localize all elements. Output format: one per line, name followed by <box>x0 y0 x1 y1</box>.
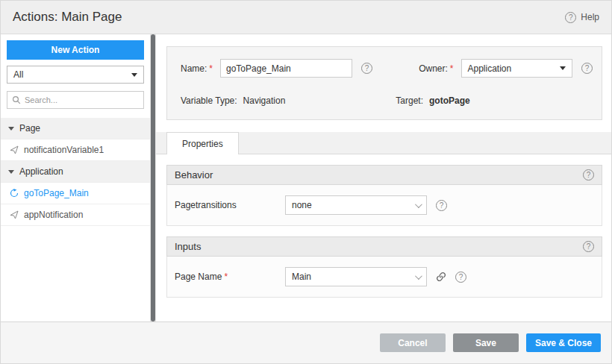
behavior-section: Behavior Pagetransitions none <box>166 165 602 226</box>
target-label: Target: <box>396 95 423 106</box>
tree-group-page[interactable]: Page <box>1 118 150 139</box>
inputs-section-header: Inputs <box>166 236 602 257</box>
chevron-down-icon <box>415 201 422 208</box>
owner-value: Application <box>468 63 512 74</box>
page-name-help-icon[interactable] <box>455 272 466 283</box>
select-arrow-icon <box>560 66 566 70</box>
required-asterisk: * <box>224 272 228 282</box>
bind-variable-link-icon[interactable] <box>436 272 446 282</box>
inputs-section: Inputs Page Name* Main <box>166 236 602 298</box>
notification-action-icon <box>10 145 19 154</box>
collapse-icon <box>8 127 14 131</box>
tree-item-gotopage-main[interactable]: goToPage_Main <box>1 183 150 204</box>
dialog-body: New Action All Page <box>1 34 611 321</box>
actions-tree: Page notificationVariable1 Application <box>1 118 150 321</box>
save-button[interactable]: Save <box>453 333 519 352</box>
tree-item-notificationvariable1[interactable]: notificationVariable1 <box>1 139 150 161</box>
navigation-action-icon <box>10 189 19 198</box>
help-label: Help <box>581 12 599 22</box>
behavior-help-icon[interactable] <box>583 169 594 181</box>
owner-select[interactable]: Application <box>461 59 573 78</box>
tree-item-label: notificationVariable1 <box>24 145 104 155</box>
new-action-button[interactable]: New Action <box>7 40 144 60</box>
variable-type-label: Variable Type: <box>181 95 237 106</box>
behavior-section-header: Behavior <box>166 165 602 185</box>
page-name-row: Page Name* Main <box>175 267 602 286</box>
filter-value: All <box>13 69 23 80</box>
tree-group-label: Application <box>19 166 63 177</box>
pagetransitions-row: Pagetransitions none <box>175 195 602 215</box>
inputs-title: Inputs <box>175 241 201 252</box>
name-help-icon[interactable] <box>361 63 372 74</box>
sidebar-scrollbar[interactable] <box>150 34 156 321</box>
dialog-footer: Cancel Save Save & Close <box>1 321 611 363</box>
chevron-down-icon <box>415 272 422 280</box>
owner-label: Owner:* <box>419 63 453 74</box>
variable-type-value: Navigation <box>243 95 286 106</box>
target-value: gotoPage <box>429 95 470 106</box>
action-summary-panel: Name:* Owner:* Application Variable Type… <box>166 46 602 120</box>
dialog-header: Actions: Main Page Help <box>1 1 611 34</box>
help-icon <box>565 12 576 23</box>
pagetransitions-value: none <box>292 200 312 210</box>
tree-item-label: appNotification <box>24 210 83 220</box>
detail-tabbar: Properties <box>156 132 611 154</box>
notification-action-icon <box>10 210 19 219</box>
search-input[interactable] <box>25 95 139 104</box>
page-name-label: Page Name* <box>175 272 285 282</box>
type-target-row: Variable Type: Navigation Target: gotoPa… <box>167 95 602 106</box>
name-owner-row: Name:* Owner:* Application <box>167 59 602 78</box>
tab-properties[interactable]: Properties <box>166 132 239 154</box>
save-close-button[interactable]: Save & Close <box>526 333 601 352</box>
collapse-icon <box>8 170 14 174</box>
pagetransitions-help-icon[interactable] <box>436 200 447 211</box>
inputs-help-icon[interactable] <box>583 241 594 252</box>
name-label: Name:* <box>181 63 213 74</box>
tree-item-appnotification[interactable]: appNotification <box>1 204 150 226</box>
select-arrow-icon <box>131 73 137 77</box>
tree-item-label: goToPage_Main <box>24 188 89 198</box>
actions-dialog: Actions: Main Page Help New Action All <box>0 0 612 364</box>
behavior-title: Behavior <box>175 169 213 181</box>
pagetransitions-label: Pagetransitions <box>175 200 285 210</box>
action-detail-panel: Name:* Owner:* Application Variable Type… <box>156 34 611 321</box>
behavior-section-body: Pagetransitions none <box>166 185 602 226</box>
tree-group-label: Page <box>19 123 40 134</box>
page-title: Actions: Main Page <box>13 10 122 25</box>
search-box <box>7 91 144 109</box>
scrollbar-thumb[interactable] <box>151 34 155 321</box>
search-icon <box>12 95 21 104</box>
page-name-select[interactable]: Main <box>285 267 427 286</box>
pagetransitions-select[interactable]: none <box>285 195 427 215</box>
required-asterisk: * <box>209 63 213 74</box>
actions-filter-select[interactable]: All <box>7 66 144 84</box>
name-input[interactable] <box>220 59 352 78</box>
help-link[interactable]: Help <box>565 12 599 23</box>
tree-group-application[interactable]: Application <box>1 161 150 183</box>
page-name-value: Main <box>292 272 311 282</box>
inputs-section-body: Page Name* Main <box>166 257 602 298</box>
owner-help-icon[interactable] <box>581 63 593 74</box>
required-asterisk: * <box>450 63 454 74</box>
actions-sidebar: New Action All Page <box>1 34 150 321</box>
cancel-button[interactable]: Cancel <box>380 333 446 352</box>
